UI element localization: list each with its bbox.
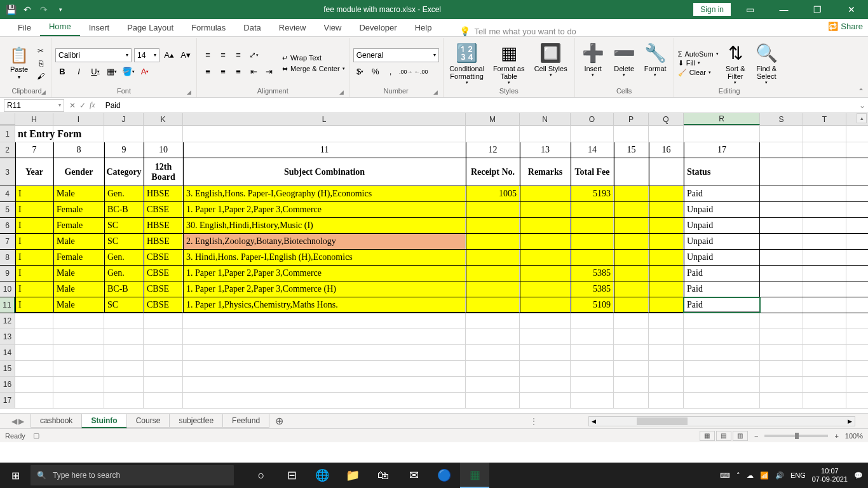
cell[interactable]	[803, 186, 846, 201]
next-sheet-icon[interactable]: ▶	[18, 417, 24, 426]
cut-icon[interactable]: ✂	[34, 45, 47, 57]
cell[interactable]	[803, 297, 846, 313]
cell[interactable]	[684, 329, 760, 344]
cell[interactable]: 9	[104, 142, 144, 158]
cell[interactable]: 1005	[466, 186, 520, 201]
cell[interactable]: BC-B	[104, 202, 144, 217]
cell[interactable]	[520, 281, 571, 297]
cell[interactable]	[466, 218, 520, 233]
fill-color-button[interactable]: 🪣▾	[121, 65, 135, 79]
cell[interactable]	[684, 393, 760, 408]
cell[interactable]	[760, 297, 803, 313]
cell[interactable]	[649, 297, 684, 313]
cell[interactable]	[466, 281, 520, 297]
header-remarks[interactable]: Remarks	[520, 158, 571, 186]
cell[interactable]	[684, 313, 760, 329]
enter-formula-icon[interactable]: ✓	[79, 101, 86, 110]
cell[interactable]	[520, 313, 571, 329]
cell[interactable]	[649, 377, 684, 392]
header-receipt[interactable]: Receipt No.	[466, 158, 520, 186]
number-launcher-icon[interactable]: ◢	[433, 89, 438, 95]
tray-expand-icon[interactable]: ˄	[736, 471, 740, 480]
cell[interactable]	[466, 313, 520, 329]
header-year[interactable]: Year	[15, 158, 53, 186]
mail-icon[interactable]: ✉	[399, 463, 428, 488]
cell[interactable]: 3. Hindi,Hons. Paper-I,English (H),Econo…	[183, 250, 466, 265]
row-header[interactable]: 6	[0, 218, 15, 233]
row-header[interactable]: 1	[0, 126, 15, 142]
cell[interactable]	[614, 329, 649, 344]
row-header[interactable]: 5	[0, 202, 15, 217]
page-layout-view-icon[interactable]: ▤	[716, 431, 731, 441]
tab-nav[interactable]: ◀▶	[5, 417, 31, 426]
col-header-t[interactable]: T	[803, 113, 846, 125]
cell[interactable]	[803, 234, 846, 249]
language-indicator[interactable]: ENG	[790, 471, 806, 479]
scroll-thumb[interactable]	[637, 417, 688, 425]
cell[interactable]	[53, 126, 104, 142]
header-board[interactable]: 12th Board	[144, 158, 183, 186]
cell[interactable]	[520, 345, 571, 360]
cell[interactable]	[649, 313, 684, 329]
decrease-font-icon[interactable]: A▾	[179, 48, 193, 62]
cell[interactable]	[183, 361, 466, 376]
currency-button[interactable]: $▾	[353, 65, 367, 79]
cell[interactable]	[520, 377, 571, 392]
row-header[interactable]: 11	[0, 297, 15, 313]
format-painter-icon[interactable]: 🖌	[34, 71, 47, 82]
tab-home[interactable]: Home	[40, 18, 80, 36]
cell[interactable]	[614, 393, 649, 408]
cell[interactable]: CBSE	[144, 281, 183, 297]
cell[interactable]	[53, 377, 104, 392]
cell-status[interactable]: Unpaid	[684, 250, 760, 265]
cell-status[interactable]: Unpaid	[684, 202, 760, 217]
cell[interactable]	[466, 202, 520, 217]
number-format-select[interactable]: General▾	[353, 48, 439, 62]
cell[interactable]	[614, 313, 649, 329]
insert-cells-button[interactable]: ➕Insert▾	[579, 41, 607, 86]
cell[interactable]	[15, 361, 53, 376]
cell[interactable]: CBSE	[144, 266, 183, 281]
maximize-icon[interactable]: ❐	[803, 0, 832, 19]
cell[interactable]	[803, 313, 846, 329]
cell[interactable]: HBSE	[144, 218, 183, 233]
cell[interactable]	[571, 345, 614, 360]
col-header-l[interactable]: L	[183, 113, 466, 125]
row-header[interactable]: 15	[0, 361, 15, 376]
cell[interactable]	[614, 266, 649, 281]
cell[interactable]	[15, 313, 53, 329]
cell[interactable]	[183, 329, 466, 344]
cell[interactable]	[614, 345, 649, 360]
cell[interactable]	[760, 142, 803, 158]
input-indicator-icon[interactable]: ⌨	[720, 471, 730, 480]
cell-status[interactable]: Paid	[684, 186, 760, 201]
cell[interactable]: SC	[104, 234, 144, 249]
cell[interactable]	[614, 126, 649, 142]
cell[interactable]	[649, 234, 684, 249]
ribbon-options-icon[interactable]: ▭	[736, 0, 764, 19]
clipboard-launcher-icon[interactable]: ◢	[41, 89, 46, 95]
cell[interactable]	[649, 281, 684, 297]
cell[interactable]	[760, 250, 803, 265]
cell[interactable]: Gen.	[104, 266, 144, 281]
cell-styles-button[interactable]: 🔲Cell Styles▾	[531, 41, 571, 86]
cell[interactable]	[614, 218, 649, 233]
col-header-p[interactable]: P	[614, 113, 649, 125]
font-launcher-icon[interactable]: ◢	[187, 89, 191, 95]
cell[interactable]: I	[15, 297, 53, 313]
alignment-launcher-icon[interactable]: ◢	[339, 89, 344, 95]
cell[interactable]	[649, 266, 684, 281]
cell[interactable]: 12	[466, 142, 520, 158]
cell[interactable]: 16	[649, 142, 684, 158]
select-all-corner[interactable]	[0, 113, 15, 125]
cell[interactable]	[53, 345, 104, 360]
cell[interactable]	[760, 361, 803, 376]
redo-icon[interactable]: ↷	[37, 3, 51, 17]
cell[interactable]	[571, 377, 614, 392]
format-table-button[interactable]: ▦Format as Table▾	[489, 41, 529, 86]
row-header[interactable]: 2	[0, 142, 15, 158]
cell[interactable]	[760, 345, 803, 360]
cell[interactable]	[466, 126, 520, 142]
row-header[interactable]: 7	[0, 234, 15, 249]
cell[interactable]	[466, 250, 520, 265]
